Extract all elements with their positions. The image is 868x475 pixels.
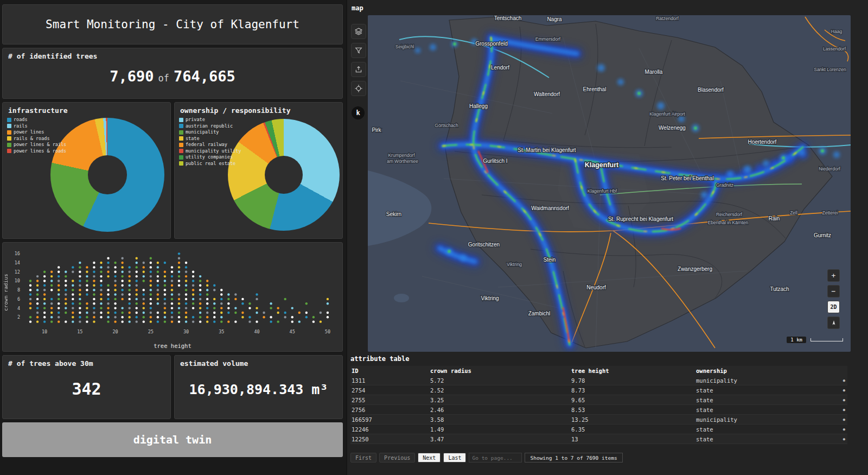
legend-swatch <box>179 155 183 160</box>
map-canvas[interactable]: TentschachNagraRatzendorfHaagEmmersdorfG… <box>368 15 851 352</box>
table-row[interactable]: 122503.4713state● <box>350 434 847 444</box>
table-cell: 2755 <box>350 397 429 403</box>
table-cell: state <box>695 436 833 442</box>
svg-text:4: 4 <box>17 306 20 311</box>
pager-previous-button[interactable]: Previous <box>379 453 415 463</box>
legend-item[interactable]: austrian republic <box>179 123 241 130</box>
legend-item[interactable]: power lines & roads <box>7 148 66 155</box>
table-row[interactable]: 1665973.5813.25municipality● <box>350 415 847 425</box>
map-place-label: St. Martin bei Klagenfurt <box>518 147 576 153</box>
map-place-label: Lassendorf <box>823 46 846 52</box>
dashboard-title-card: Smart Monitoring - City of Klagenfurt <box>2 4 343 45</box>
table-row[interactable]: 13115.729.78municipality● <box>350 376 847 385</box>
map-place-label: Niederdorf <box>819 166 840 172</box>
row-menu-dot[interactable]: ● <box>833 398 847 402</box>
estimated-volume-card: estimated volume 16,930,894.343 m³ <box>174 355 343 419</box>
map-place-label: Zwanzgerberg <box>678 266 712 272</box>
dashboard-panel: Smart Monitoring - City of Klagenfurt # … <box>0 0 346 475</box>
trees-above-30m-label: # of trees above 30m <box>8 359 93 368</box>
row-menu-dot[interactable]: ● <box>833 388 847 392</box>
legend-swatch <box>179 149 183 153</box>
row-menu-dot[interactable]: ● <box>833 427 847 432</box>
row-menu-dot[interactable]: ● <box>833 437 847 441</box>
row-menu-dot[interactable]: ● <box>833 378 847 383</box>
ownership-chart-title: ownership / responsibility <box>180 106 291 115</box>
legend-item[interactable]: public real estate <box>179 161 241 167</box>
table-cell: 13.25 <box>570 416 695 423</box>
legend-item[interactable]: power lines <box>7 129 66 136</box>
legend-item[interactable]: utility companies <box>179 154 241 161</box>
pager-first-button[interactable]: First <box>350 453 376 463</box>
pagination-status: Showing 1 to 7 of 7690 items <box>525 453 622 463</box>
layers-button[interactable] <box>351 24 366 39</box>
column-header[interactable]: ownership <box>695 368 833 374</box>
legend-item[interactable]: rails <box>7 123 66 130</box>
export-button[interactable] <box>351 62 366 77</box>
map-place-label: Nagra <box>547 16 562 22</box>
legend-item[interactable]: private <box>179 117 241 123</box>
map-toolbar: k <box>351 24 366 119</box>
layers-icon <box>354 27 363 36</box>
scale-label: 1 km <box>787 337 806 343</box>
filter-button[interactable] <box>351 43 366 58</box>
table-cell: municipality <box>695 416 833 423</box>
map-place-label: Zetterei <box>822 210 838 216</box>
column-header[interactable]: tree height <box>570 368 695 374</box>
legend-swatch <box>179 118 183 122</box>
row-menu-dot[interactable]: ● <box>833 408 847 412</box>
zoom-in-button[interactable]: + <box>827 269 840 282</box>
map-place-label: Pirk <box>372 127 381 133</box>
table-cell: 2754 <box>350 387 429 394</box>
mode-2d-button[interactable]: 2D <box>827 301 840 313</box>
legend-label: roads <box>14 117 28 123</box>
ownership-donut-chart[interactable] <box>228 119 340 231</box>
zoom-out-button[interactable]: − <box>827 285 840 297</box>
compass-button[interactable] <box>827 316 840 329</box>
svg-text:20: 20 <box>112 329 118 334</box>
map-widget-title: map <box>352 4 363 12</box>
table-row[interactable]: 27553.259.65state● <box>350 395 847 405</box>
infrastructure-donut-chart[interactable] <box>50 118 164 232</box>
map-place-label: Sekirn <box>386 211 401 217</box>
map-place-label: Gurnitz <box>814 232 831 238</box>
pager-next-button[interactable]: Next <box>418 453 441 463</box>
legend-item[interactable]: municipality <box>179 129 241 136</box>
table-row[interactable]: 27562.468.53state● <box>350 405 847 415</box>
legend-item[interactable]: municipality utility <box>179 148 241 155</box>
trees-above-30m-value: 342 <box>3 379 170 398</box>
map-place-label: Waidmannsdorf <box>531 205 569 211</box>
scatter-plot[interactable]: 101520253035404550246810121416 <box>9 245 341 338</box>
table-cell: 5.72 <box>429 377 570 384</box>
table-cell: state <box>695 426 833 433</box>
goto-page-input[interactable] <box>469 453 522 463</box>
legend-item[interactable]: federal railway <box>179 142 241 148</box>
legend-swatch <box>7 143 11 147</box>
legend-label: municipality utility <box>186 148 241 155</box>
legend-item[interactable]: state <box>179 136 241 142</box>
map-place-label: Blasendorf <box>698 87 724 93</box>
x-axis-label: tree height <box>3 343 342 349</box>
digital-twin-button[interactable]: digital twin <box>2 422 343 457</box>
map-viewport[interactable]: TentschachNagraRatzendorfHaagEmmersdorfG… <box>368 15 851 352</box>
table-cell: 2.52 <box>429 387 570 394</box>
svg-text:35: 35 <box>219 329 224 334</box>
legend-swatch <box>179 130 183 135</box>
column-header[interactable]: crown radius <box>429 368 570 374</box>
table-row[interactable]: 122461.496.35state● <box>350 425 847 434</box>
column-header[interactable]: ID <box>350 368 429 374</box>
ownership-legend: privateaustrian republicmunicipalitystat… <box>179 117 241 167</box>
map-place-label: Viktring <box>507 262 522 267</box>
pager-last-button[interactable]: Last <box>443 453 466 463</box>
table-cell: 2756 <box>350 407 429 413</box>
locate-button[interactable] <box>351 81 366 96</box>
table-row[interactable]: 27542.528.73state● <box>350 385 847 395</box>
map-place-label: Hallegg <box>469 103 488 109</box>
infrastructure-chart-card: infrastructure roadsrailspower linesrail… <box>2 102 171 239</box>
kepler-logo[interactable]: k <box>352 106 365 119</box>
legend-item[interactable]: roads <box>7 117 66 123</box>
table-cell: 12250 <box>350 436 429 442</box>
legend-item[interactable]: rails & roads <box>7 136 66 142</box>
row-menu-dot[interactable]: ● <box>833 417 847 422</box>
table-cell: municipality <box>695 377 833 384</box>
legend-item[interactable]: power lines & rails <box>7 142 66 148</box>
